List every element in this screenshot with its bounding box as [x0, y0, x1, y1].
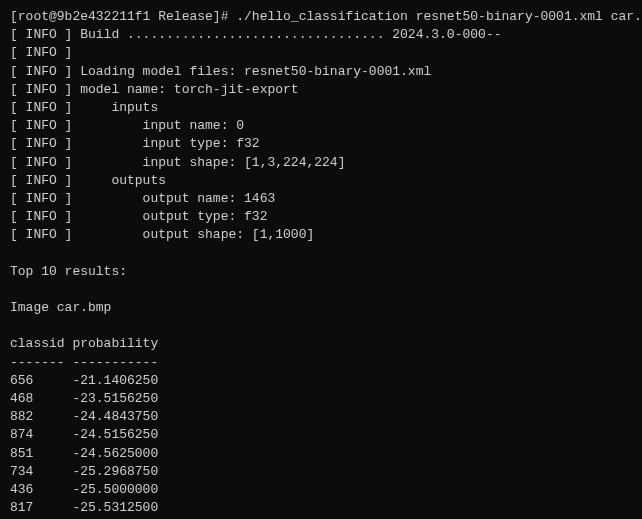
command-prompt: [root@9b2e432211f1 Release]# ./hello_cla…	[10, 8, 632, 26]
top-results-label: Top 10 results:	[10, 263, 632, 281]
info-line: [ INFO ]	[10, 44, 632, 62]
table-row: 874 -24.5156250	[10, 426, 632, 444]
info-line: [ INFO ] output shape: [1,1000]	[10, 226, 632, 244]
info-line: [ INFO ] inputs	[10, 99, 632, 117]
info-line: [ INFO ] model name: torch-jit-export	[10, 81, 632, 99]
table-row: 817 -25.5312500	[10, 499, 632, 517]
info-line: [ INFO ] Loading model files: resnet50-b…	[10, 63, 632, 81]
image-label: Image car.bmp	[10, 299, 632, 317]
table-row: 851 -24.5625000	[10, 445, 632, 463]
table-row: 468 -23.5156250	[10, 390, 632, 408]
info-line: [ INFO ] input shape: [1,3,224,224]	[10, 154, 632, 172]
table-divider: ------- -----------	[10, 354, 632, 372]
info-line: [ INFO ] input name: 0	[10, 117, 632, 135]
table-row: 656 -21.1406250	[10, 372, 632, 390]
info-line: [ INFO ] input type: f32	[10, 135, 632, 153]
info-line: [ INFO ] outputs	[10, 172, 632, 190]
blank-line	[10, 317, 632, 335]
blank-line	[10, 244, 632, 262]
blank-line	[10, 281, 632, 299]
table-row: 882 -24.4843750	[10, 408, 632, 426]
table-header: classid probability	[10, 335, 632, 353]
info-line: [ INFO ] Build .........................…	[10, 26, 632, 44]
table-row: 436 -25.5000000	[10, 481, 632, 499]
info-line: [ INFO ] output type: f32	[10, 208, 632, 226]
info-line: [ INFO ] output name: 1463	[10, 190, 632, 208]
table-row: 734 -25.2968750	[10, 463, 632, 481]
